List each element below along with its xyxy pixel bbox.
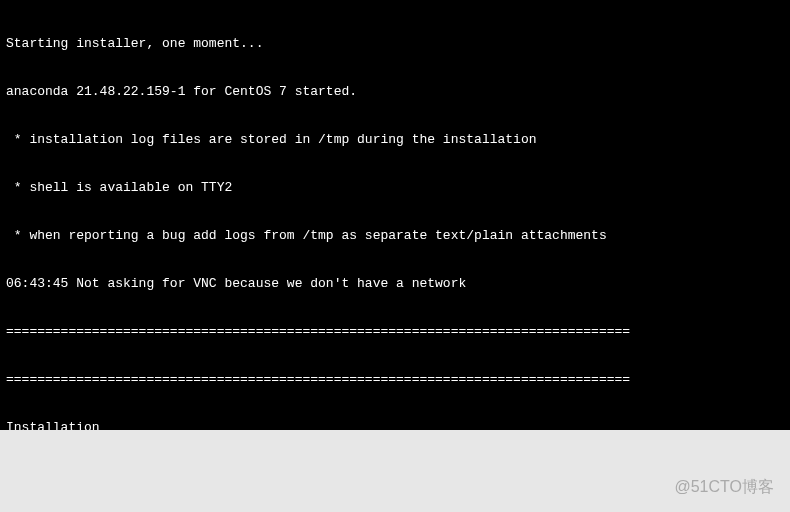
header-line: * shell is available on TTY2	[6, 180, 784, 196]
header-line: Starting installer, one moment...	[6, 36, 784, 52]
header-line: anaconda 21.48.22.159-1 for CentOS 7 sta…	[6, 84, 784, 100]
header-line: 06:43:45 Not asking for VNC because we d…	[6, 276, 784, 292]
hr: ========================================…	[6, 372, 784, 388]
hr: ========================================…	[6, 324, 784, 340]
watermark: @51CTO博客	[674, 477, 774, 498]
header-line: * installation log files are stored in /…	[6, 132, 784, 148]
header-line: * when reporting a bug add logs from /tm…	[6, 228, 784, 244]
terminal-screen[interactable]: Starting installer, one moment... anacon…	[0, 0, 790, 430]
section-title: Installation	[6, 420, 784, 430]
